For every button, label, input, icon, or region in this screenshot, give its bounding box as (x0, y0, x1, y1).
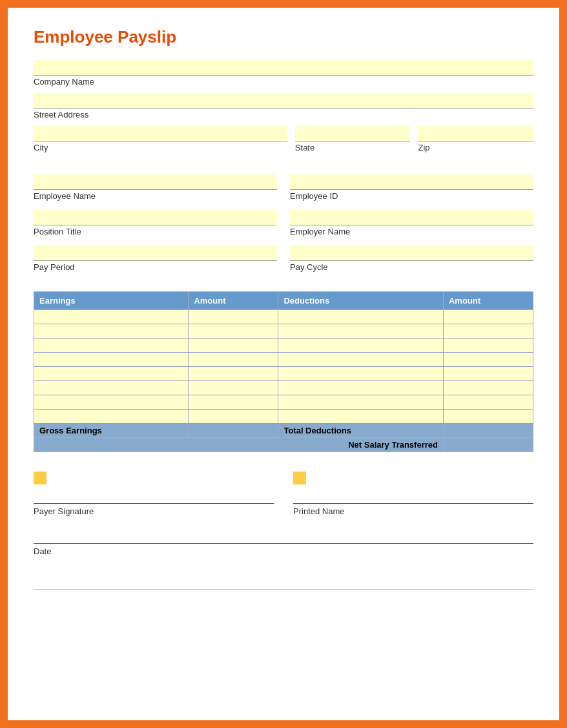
table-row (34, 395, 533, 410)
table-cell[interactable] (443, 310, 533, 324)
table-cell[interactable] (278, 410, 444, 424)
company-section: Company Name Street Address City State Z… (34, 60, 533, 159)
employee-id-label: Employee ID (290, 191, 533, 201)
earnings-amount-header: Amount (189, 292, 278, 310)
table-cell[interactable] (34, 381, 189, 395)
total-deductions-label: Total Deductions (278, 424, 444, 438)
table-row (34, 410, 533, 424)
deductions-header: Deductions (278, 292, 444, 310)
table-cell[interactable] (189, 367, 278, 381)
sig-main-row: Payer Signature Printed Name (34, 472, 533, 517)
table-cell[interactable] (189, 338, 278, 353)
page-title: Employee Payslip (34, 27, 533, 47)
table-cell[interactable] (189, 395, 278, 410)
net-salary-label: Net Salary Transferred (34, 438, 444, 452)
footer-line (34, 589, 533, 590)
payer-sig-col: Payer Signature (34, 472, 274, 517)
table-cell[interactable] (443, 353, 533, 367)
table-cell[interactable] (34, 324, 189, 338)
date-line (34, 530, 533, 544)
table-cell[interactable] (443, 367, 533, 381)
table-header-row: Earnings Amount Deductions Amount (34, 292, 533, 310)
table-cell[interactable] (278, 353, 444, 367)
table-cell[interactable] (34, 367, 189, 381)
name-id-row: Employee Name Employee ID (34, 174, 533, 207)
position-employer-row: Position Title Employer Name (34, 210, 533, 243)
payslip-table: Earnings Amount Deductions Amount Gross … (34, 291, 533, 452)
employee-name-input[interactable] (34, 174, 277, 190)
table-cell[interactable] (189, 381, 278, 395)
position-group: Position Title (34, 210, 277, 243)
table-cell[interactable] (278, 338, 444, 353)
table-cell[interactable] (278, 324, 444, 338)
table-cell[interactable] (278, 395, 444, 410)
inner-page: Employee Payslip Company Name Street Add… (8, 8, 559, 720)
printed-name-label: Printed Name (293, 506, 344, 516)
city-label: City (34, 143, 287, 152)
table-cell[interactable] (34, 395, 189, 410)
pay-period-input[interactable] (34, 245, 277, 261)
table-cell[interactable] (278, 367, 444, 381)
table-cell[interactable] (278, 310, 444, 324)
pay-cycle-input[interactable] (290, 245, 533, 261)
table-cell[interactable] (443, 338, 533, 353)
net-row: Net Salary Transferred (34, 438, 533, 452)
employee-name-label: Employee Name (34, 191, 277, 201)
zip-input[interactable] (418, 126, 533, 141)
table-cell[interactable] (443, 395, 533, 410)
city-group: City (34, 126, 287, 159)
city-input[interactable] (34, 126, 287, 141)
position-label: Position Title (34, 227, 277, 236)
pay-cycle-group: Pay Cycle (290, 245, 533, 278)
payer-sig-label: Payer Signature (34, 506, 94, 516)
table-cell[interactable] (443, 410, 533, 424)
pay-cycle-label: Pay Cycle (290, 262, 533, 272)
table-cell[interactable] (443, 381, 533, 395)
employee-name-group: Employee Name (34, 174, 277, 207)
table-cell[interactable] (34, 410, 189, 424)
printed-name-box (293, 472, 306, 484)
table-row (34, 310, 533, 324)
company-name-group: Company Name (34, 60, 533, 87)
printed-name-line (293, 490, 533, 504)
position-input[interactable] (34, 210, 277, 225)
table-cell[interactable] (189, 353, 278, 367)
gross-value[interactable] (189, 424, 278, 438)
payer-sig-line (34, 490, 274, 504)
street-address-label: Street Address (34, 110, 533, 120)
pay-period-group: Pay Period (34, 245, 277, 278)
table-cell[interactable] (34, 338, 189, 353)
table-row (34, 338, 533, 353)
state-label: State (295, 143, 411, 152)
street-address-input[interactable] (34, 93, 533, 109)
company-name-input[interactable] (34, 60, 533, 76)
employee-id-group: Employee ID (290, 174, 533, 207)
company-name-label: Company Name (34, 77, 533, 87)
summary-row: Gross EarningsTotal Deductions (34, 424, 533, 438)
outer-border: Employee Payslip Company Name Street Add… (0, 0, 567, 728)
state-input[interactable] (295, 126, 411, 141)
table-cell[interactable] (278, 381, 444, 395)
earnings-header: Earnings (34, 292, 189, 310)
table-cell[interactable] (189, 324, 278, 338)
total-deductions-value[interactable] (443, 424, 533, 438)
table-row (34, 381, 533, 395)
net-salary-value[interactable] (443, 438, 533, 452)
table-cell[interactable] (189, 310, 278, 324)
employer-name-label: Employer Name (290, 227, 533, 236)
table-row (34, 353, 533, 367)
date-col: Date (34, 530, 533, 557)
zip-group: Zip (418, 126, 533, 159)
deductions-amount-header: Amount (443, 292, 533, 310)
table-cell[interactable] (443, 324, 533, 338)
employer-name-input[interactable] (290, 210, 533, 225)
state-group: State (295, 126, 411, 159)
employee-id-input[interactable] (290, 174, 533, 190)
payer-sig-box (34, 472, 46, 484)
gross-label: Gross Earnings (34, 424, 189, 438)
employer-name-group: Employer Name (290, 210, 533, 243)
table-cell[interactable] (34, 353, 189, 367)
table-cell[interactable] (189, 410, 278, 424)
table-cell[interactable] (34, 310, 189, 324)
printed-name-col: Printed Name (293, 472, 533, 517)
